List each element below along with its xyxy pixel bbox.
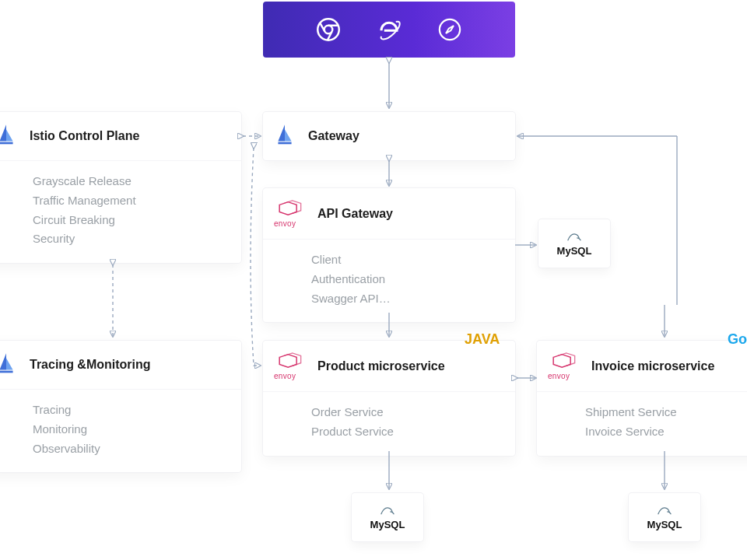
list-item: Circuit Breaking <box>33 211 227 230</box>
tag-go: Go <box>728 331 747 348</box>
box-title: Product microservice <box>317 359 445 373</box>
list-item: Order Service <box>311 403 501 422</box>
list-item: Authentication <box>311 270 501 289</box>
tag-java: JAVA <box>465 331 500 348</box>
box-api-gateway: envoy API Gateway Client Authentication … <box>263 188 515 322</box>
istio-icon <box>274 123 296 149</box>
istio-icon <box>0 352 17 378</box>
box-gateway: Gateway <box>263 112 515 160</box>
svg-rect-3 <box>0 142 13 145</box>
list-item: Product Service <box>311 422 501 442</box>
list-item: Swagger API… <box>311 289 501 309</box>
ie-icon <box>377 18 401 41</box>
envoy-icon: envoy <box>274 352 305 380</box>
mysql-label: MySQL <box>557 245 592 257</box>
istio-icon <box>0 123 17 149</box>
browsers-bar <box>263 2 515 58</box>
box-tracing-monitoring: Tracing &Monitoring Tracing Monitoring O… <box>0 341 241 472</box>
chrome-icon <box>317 18 340 41</box>
list-item: Shipment Service <box>585 403 747 422</box>
box-title: Tracing &Monitoring <box>30 358 151 372</box>
box-title: Gateway <box>308 129 359 143</box>
mysql-tile: MySQL <box>538 219 610 268</box>
list-item: Security <box>33 229 227 249</box>
box-body: Order Service Product Service <box>263 392 515 456</box>
list-item: Tracing <box>33 401 227 420</box>
svg-rect-4 <box>278 142 291 145</box>
list-item: Monitoring <box>33 420 227 439</box>
box-body: Grayscale Release Traffic Management Cir… <box>0 161 241 263</box>
envoy-label: envoy <box>274 219 305 228</box>
list-item: Invoice Service <box>585 422 747 442</box>
list-item: Traffic Management <box>33 191 227 211</box>
box-invoice-microservice: envoy Invoice microservice Shipment Serv… <box>537 341 747 456</box>
box-istio-control-plane: Istio Control Plane Grayscale Release Tr… <box>0 112 241 263</box>
mysql-label: MySQL <box>370 519 405 530</box>
mysql-label: MySQL <box>647 519 682 530</box>
box-title: API Gateway <box>317 207 393 221</box>
envoy-icon: envoy <box>274 199 305 228</box>
box-body: Client Authentication Swagger API… <box>263 240 515 322</box>
svg-point-2 <box>440 19 460 40</box>
mysql-tile: MySQL <box>629 493 700 541</box>
box-body: Tracing Monitoring Observability <box>0 390 241 472</box>
envoy-label: envoy <box>548 372 579 380</box>
box-body: Shipment Service Invoice Service <box>537 392 747 456</box>
mysql-tile: MySQL <box>352 493 423 541</box>
list-item: Observability <box>33 439 227 459</box>
list-item: Client <box>311 250 501 270</box>
envoy-icon: envoy <box>548 352 579 380</box>
svg-rect-5 <box>0 371 13 373</box>
box-title: Istio Control Plane <box>30 129 139 143</box>
list-item: Grayscale Release <box>33 172 227 191</box>
box-title: Invoice microservice <box>591 359 714 373</box>
box-product-microservice: envoy Product microservice Order Service… <box>263 341 515 456</box>
safari-icon <box>438 18 461 41</box>
envoy-label: envoy <box>274 372 305 380</box>
